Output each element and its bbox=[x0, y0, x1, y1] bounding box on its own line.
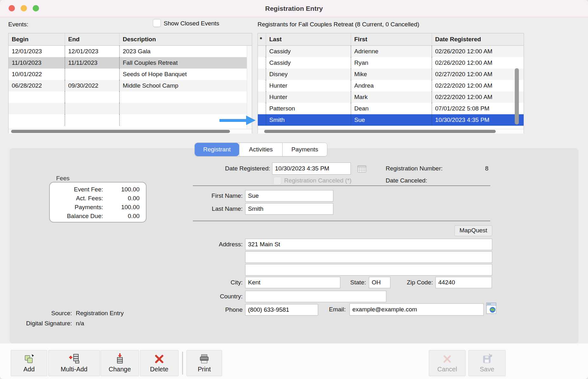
event-begin: 12/01/2023 bbox=[9, 46, 65, 57]
email-input[interactable] bbox=[350, 303, 484, 316]
close-button[interactable] bbox=[9, 5, 15, 11]
registrant-row[interactable]: Patterson Dean 07/01/2022 5:08 PM bbox=[258, 103, 524, 114]
printer-icon bbox=[199, 353, 210, 365]
balance-due-value: 0.00 bbox=[103, 212, 146, 221]
event-description: Fall Couples Retreat bbox=[119, 57, 252, 69]
registrant-row[interactable]: Hunter Andrea 02/22/2020 12:00 AM bbox=[258, 80, 524, 91]
fees-box: Event Fee:100.00 Act. Fees:0.00 Payments… bbox=[49, 182, 147, 223]
show-closed-events-checkbox[interactable] bbox=[153, 19, 161, 27]
email-window-icon[interactable] bbox=[486, 302, 497, 316]
add-button[interactable]: Add bbox=[11, 350, 47, 376]
registrant-last: Hunter bbox=[266, 80, 351, 91]
events-section-label: Events: bbox=[8, 21, 28, 28]
country-label: Country: bbox=[168, 291, 243, 302]
state-label: State: bbox=[340, 277, 366, 288]
add-records-icon bbox=[23, 353, 35, 365]
registrant-first: Dean bbox=[351, 103, 432, 114]
change-record-icon bbox=[114, 353, 125, 365]
registrants-hscroll-thumb[interactable] bbox=[264, 130, 496, 133]
balance-due-label: Balance Due: bbox=[50, 212, 103, 221]
registrant-row-selected[interactable]: Smith Sue 10/30/2023 4:35 PM bbox=[258, 114, 524, 126]
address-line2-input[interactable] bbox=[245, 251, 492, 263]
calendar-icon[interactable] bbox=[357, 164, 367, 175]
event-row-selected[interactable]: 11/10/2023 11/11/2023 Fall Couples Retre… bbox=[9, 57, 252, 69]
event-description: 2023 Gala bbox=[119, 46, 252, 57]
event-begin: 06/28/2022 bbox=[9, 80, 65, 91]
section-divider bbox=[193, 185, 490, 186]
tab-activities[interactable]: Activities bbox=[239, 143, 282, 156]
digital-signature-label: Digital Signature: bbox=[10, 320, 72, 327]
events-table-header: Begin End Description bbox=[9, 33, 252, 46]
events-col-begin[interactable]: Begin bbox=[9, 33, 65, 45]
city-input[interactable] bbox=[245, 277, 340, 288]
minimize-button[interactable] bbox=[21, 5, 27, 11]
date-registered-input[interactable] bbox=[272, 163, 351, 175]
registration-canceled-label: Registration Canceled (*) bbox=[284, 177, 351, 184]
registrants-horizontal-scrollbar bbox=[258, 129, 524, 134]
event-row[interactable]: 12/01/2023 12/01/2023 2023 Gala bbox=[9, 46, 252, 57]
payments-value: 100.00 bbox=[103, 203, 146, 212]
event-begin: 10/01/2022 bbox=[9, 69, 65, 80]
mapquest-button[interactable]: MapQuest bbox=[454, 225, 492, 236]
events-col-end[interactable]: End bbox=[65, 33, 119, 45]
first-name-input[interactable] bbox=[245, 190, 333, 202]
registrant-last: Patterson bbox=[266, 103, 351, 114]
tab-registrant[interactable]: Registrant bbox=[195, 143, 239, 156]
address-line1-input[interactable] bbox=[245, 239, 492, 250]
events-col-description[interactable]: Description bbox=[119, 33, 252, 45]
registrant-row[interactable]: Hunter Mark 02/22/2020 12:00 AM bbox=[258, 91, 524, 103]
registrant-last: Smith bbox=[266, 114, 351, 126]
events-table-body: 12/01/2023 12/01/2023 2023 Gala 11/10/20… bbox=[9, 46, 252, 129]
last-name-label: Last Name: bbox=[168, 203, 243, 215]
registrants-col-star[interactable]: * bbox=[258, 33, 266, 45]
show-closed-events-label: Show Closed Events bbox=[164, 20, 219, 27]
registrants-col-last[interactable]: Last bbox=[266, 33, 351, 45]
registrants-table: * Last First Date Registered Cassidy Adr… bbox=[258, 33, 524, 133]
registrants-vscroll-thumb[interactable] bbox=[515, 68, 519, 124]
source-value: Registration Entry bbox=[76, 310, 124, 317]
registration-number-value: 8 bbox=[471, 163, 488, 175]
registrants-col-date[interactable]: Date Registered bbox=[432, 33, 524, 45]
events-hscroll-thumb[interactable] bbox=[11, 130, 230, 133]
registrant-row[interactable]: Disney Mike 02/27/2020 12:00 AM bbox=[258, 69, 524, 80]
detail-tabs: Registrant Activities Payments bbox=[194, 143, 327, 156]
registrants-table-header: * Last First Date Registered bbox=[258, 33, 524, 46]
delete-button[interactable]: Delete bbox=[140, 350, 179, 376]
address-label: Address: bbox=[168, 239, 243, 250]
multi-add-icon bbox=[68, 353, 81, 365]
events-table: Begin End Description 12/01/2023 12/01/2… bbox=[8, 33, 252, 133]
event-fee-value: 100.00 bbox=[103, 185, 146, 194]
zip-code-label: Zip Code: bbox=[374, 277, 433, 288]
digital-signature-value: n/a bbox=[76, 320, 84, 327]
toolbar-divider bbox=[182, 352, 183, 375]
registrant-first: Sue bbox=[351, 114, 432, 126]
registration-number-label: Registration Number: bbox=[386, 163, 443, 175]
tab-payments[interactable]: Payments bbox=[282, 143, 327, 156]
registrant-date: 02/22/2020 12:00 AM bbox=[432, 91, 524, 103]
print-button[interactable]: Print bbox=[186, 350, 222, 376]
address-line3-input[interactable] bbox=[245, 264, 492, 276]
registrant-row[interactable]: Cassidy Ryan 02/26/2020 12:00 AM bbox=[258, 57, 524, 69]
change-button[interactable]: Change bbox=[101, 350, 139, 376]
registrants-table-body: Cassidy Adrienne 02/26/2020 12:00 AM Cas… bbox=[258, 46, 524, 129]
registrant-last: Cassidy bbox=[266, 46, 351, 57]
last-name-input[interactable] bbox=[245, 203, 333, 215]
event-fee-label: Event Fee: bbox=[50, 185, 103, 194]
registrant-last: Cassidy bbox=[266, 57, 351, 69]
zip-code-input[interactable] bbox=[435, 277, 492, 288]
multi-add-button[interactable]: Multi-Add bbox=[48, 350, 100, 376]
registrant-date: 02/26/2020 12:00 AM bbox=[432, 46, 524, 57]
save-button: Save bbox=[468, 350, 506, 376]
zoom-button[interactable] bbox=[33, 5, 39, 11]
event-row[interactable]: 10/01/2022 Seeds of Hope Banquet bbox=[9, 69, 252, 80]
delete-x-icon bbox=[154, 353, 165, 365]
registrant-row[interactable]: Cassidy Adrienne 02/26/2020 12:00 AM bbox=[258, 46, 524, 57]
event-row[interactable]: 06/28/2022 09/30/2022 Middle School Camp bbox=[9, 80, 252, 91]
first-name-label: First Name: bbox=[168, 190, 243, 202]
country-input[interactable] bbox=[245, 291, 386, 302]
event-row-empty bbox=[9, 91, 252, 103]
registration-canceled-checkbox bbox=[273, 177, 281, 185]
event-row-empty bbox=[9, 114, 252, 126]
registrants-col-first[interactable]: First bbox=[351, 33, 432, 45]
registrant-detail-panel: Fees Event Fee:100.00 Act. Fees:0.00 Pay… bbox=[10, 148, 578, 343]
